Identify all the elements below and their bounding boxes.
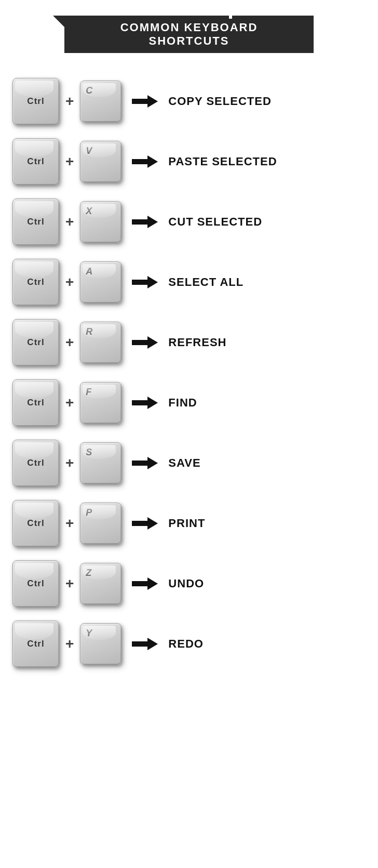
ctrl-label-5: Ctrl — [27, 398, 44, 408]
letter-key-2: X — [80, 201, 122, 243]
letter-key-6: S — [80, 442, 122, 484]
plus-sign-7: + — [65, 515, 74, 532]
shortcut-label-9: REDO — [168, 637, 204, 651]
letter-label-3: A — [86, 266, 92, 277]
shortcut-row: Ctrl + X CUT SELECTED — [12, 194, 366, 249]
shortcut-label-4: REFRESH — [168, 336, 226, 349]
ctrl-label-9: Ctrl — [27, 639, 44, 649]
shortcut-label-1: PASTE SELECTED — [168, 155, 277, 168]
plus-sign-8: + — [65, 575, 74, 592]
arrow-3 — [132, 276, 158, 288]
letter-key-3: A — [80, 261, 122, 303]
shortcut-label-6: SAVE — [168, 456, 200, 470]
title-banner: COMMON KEYBOARD SHORTCUTS — [64, 16, 314, 53]
plus-sign-6: + — [65, 455, 74, 471]
letter-label-0: C — [86, 85, 92, 96]
shortcut-row: Ctrl + F FIND — [12, 375, 366, 430]
ctrl-label-6: Ctrl — [27, 458, 44, 468]
shortcut-label-3: SELECT ALL — [168, 275, 244, 289]
ctrl-key-0: Ctrl — [12, 78, 59, 125]
plus-sign-4: + — [65, 334, 74, 351]
letter-key-9: Y — [80, 623, 122, 665]
arrow-7 — [132, 517, 158, 530]
shortcut-row: Ctrl + Z UNDO — [12, 556, 366, 611]
letter-key-4: R — [80, 322, 122, 363]
arrow-icon-4 — [132, 336, 158, 349]
ctrl-key-7: Ctrl — [12, 500, 59, 547]
plus-sign-1: + — [65, 153, 74, 170]
letter-label-9: Y — [86, 628, 92, 639]
shortcut-row: Ctrl + R REFRESH — [12, 315, 366, 370]
arrow-icon-8 — [132, 577, 158, 590]
page-title: COMMON KEYBOARD SHORTCUTS — [120, 21, 258, 47]
letter-key-1: V — [80, 141, 122, 182]
plus-sign-5: + — [65, 394, 74, 411]
ctrl-label-7: Ctrl — [27, 518, 44, 529]
letter-label-5: F — [86, 387, 91, 398]
shortcut-row: Ctrl + P PRINT — [12, 496, 366, 551]
ctrl-label-2: Ctrl — [27, 217, 44, 227]
letter-label-2: X — [86, 206, 92, 217]
letter-label-6: S — [86, 447, 92, 458]
arrow-icon-3 — [132, 276, 158, 288]
ctrl-key-6: Ctrl — [12, 440, 59, 486]
arrow-9 — [132, 638, 158, 650]
shortcut-label-2: CUT SELECTED — [168, 215, 262, 229]
ctrl-label-8: Ctrl — [27, 578, 44, 589]
arrow-icon-2 — [132, 216, 158, 228]
shortcut-row: Ctrl + V PASTE SELECTED — [12, 134, 366, 189]
ctrl-label-4: Ctrl — [27, 337, 44, 348]
shortcut-row: Ctrl + A SELECT ALL — [12, 255, 366, 310]
arrow-icon-1 — [132, 155, 158, 168]
plus-sign-2: + — [65, 214, 74, 230]
shortcut-label-8: UNDO — [168, 577, 204, 590]
letter-label-8: Z — [86, 568, 91, 578]
letter-label-1: V — [86, 146, 92, 156]
shortcut-row: Ctrl + S SAVE — [12, 436, 366, 491]
shortcut-label-5: FIND — [168, 396, 197, 410]
plus-sign-3: + — [65, 274, 74, 291]
arrow-5 — [132, 397, 158, 409]
letter-key-8: Z — [80, 563, 122, 604]
ctrl-key-9: Ctrl — [12, 621, 59, 667]
shortcut-row: Ctrl + Y REDO — [12, 616, 366, 672]
arrow-icon-0 — [132, 95, 158, 108]
ctrl-key-4: Ctrl — [12, 319, 59, 366]
arrow-icon-9 — [132, 638, 158, 650]
ctrl-label-0: Ctrl — [27, 96, 44, 107]
arrow-6 — [132, 457, 158, 469]
arrow-icon-5 — [132, 397, 158, 409]
ctrl-key-5: Ctrl — [12, 379, 59, 426]
ctrl-key-1: Ctrl — [12, 138, 59, 185]
arrow-icon-6 — [132, 457, 158, 469]
ctrl-label-1: Ctrl — [27, 156, 44, 167]
shortcuts-list: Ctrl + C COPY SELECTED Ctrl + V PASTE SE… — [12, 74, 366, 672]
ctrl-label-3: Ctrl — [27, 277, 44, 287]
plus-sign-9: + — [65, 636, 74, 652]
plus-sign-0: + — [65, 93, 74, 110]
ctrl-key-8: Ctrl — [12, 560, 59, 607]
arrow-0 — [132, 95, 158, 108]
arrow-4 — [132, 336, 158, 349]
arrow-2 — [132, 216, 158, 228]
arrow-icon-7 — [132, 517, 158, 530]
letter-key-0: C — [80, 81, 122, 122]
letter-label-4: R — [86, 326, 92, 337]
letter-label-7: P — [86, 507, 92, 518]
letter-key-5: F — [80, 382, 122, 424]
shortcut-row: Ctrl + C COPY SELECTED — [12, 74, 366, 129]
arrow-8 — [132, 577, 158, 590]
ctrl-key-3: Ctrl — [12, 259, 59, 306]
shortcut-label-7: PRINT — [168, 517, 205, 530]
letter-key-7: P — [80, 503, 122, 544]
arrow-1 — [132, 155, 158, 168]
ctrl-key-2: Ctrl — [12, 199, 59, 245]
shortcut-label-0: COPY SELECTED — [168, 95, 271, 108]
